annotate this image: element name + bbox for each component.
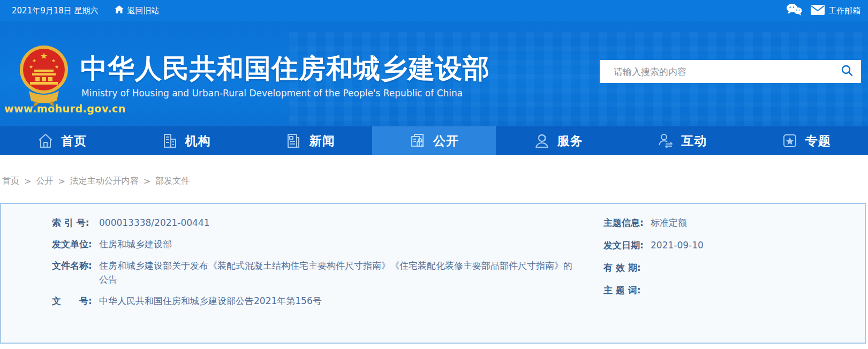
site-url: www.mohurd.gov.cn bbox=[4, 103, 126, 115]
breadcrumb-current-page: 部发文件 bbox=[155, 176, 190, 187]
breadcrumb-statutory-content[interactable]: 法定主动公开内容 bbox=[70, 176, 139, 187]
search-input[interactable] bbox=[613, 66, 833, 78]
meta-column-left: 索 引 号: 000013338/2021-00441 发文单位: 住房和城乡建… bbox=[52, 216, 581, 315]
nav-label: 首页 bbox=[61, 133, 87, 149]
nav-label: 机构 bbox=[185, 133, 211, 149]
nav-item-home[interactable]: 首页 bbox=[0, 126, 124, 155]
site-title: 中华人民共和国住房和城乡建设部 bbox=[80, 51, 490, 87]
breadcrumb-separator: > bbox=[58, 176, 65, 186]
special-topic-icon bbox=[781, 132, 798, 149]
svg-text:★: ★ bbox=[32, 58, 36, 63]
interaction-icon bbox=[657, 132, 674, 149]
meta-label: 有 效 期: bbox=[603, 261, 651, 275]
meta-row-validity-period: 有 效 期: bbox=[603, 261, 704, 275]
national-emblem-logo[interactable]: ★ ★ ★ ★ ★ bbox=[19, 45, 69, 108]
nav-item-interaction[interactable]: 互动 bbox=[620, 126, 744, 155]
home-icon bbox=[37, 132, 54, 149]
organization-icon bbox=[161, 132, 178, 149]
meta-row-issue-date: 发文日期: 2021-09-10 bbox=[603, 238, 704, 252]
wechat-icon[interactable] bbox=[786, 3, 802, 18]
svg-text:★: ★ bbox=[40, 51, 48, 61]
meta-value: 000013338/2021-00441 bbox=[99, 216, 210, 230]
nav-item-news[interactable]: 新闻 bbox=[248, 126, 372, 155]
meta-row-topic-info: 主题信息: 标准定额 bbox=[603, 216, 704, 230]
nav-item-disclosure[interactable]: 公开 bbox=[372, 126, 496, 155]
top-utility-bar: 2021年9月18日 星期六 返回旧站 bbox=[0, 0, 868, 21]
meta-label: 主题信息: bbox=[603, 216, 651, 230]
breadcrumb-home[interactable]: 首页 bbox=[2, 176, 19, 187]
main-navigation: 首页 机构 新闻 bbox=[0, 126, 868, 155]
breadcrumb: 首页 > 公开 > 法定主动公开内容 > 部发文件 bbox=[2, 176, 190, 187]
meta-row-keywords: 主 题 词: bbox=[603, 283, 704, 297]
meta-label: 索 引 号: bbox=[52, 216, 99, 230]
nav-label: 新闻 bbox=[309, 133, 335, 149]
svg-text:★: ★ bbox=[29, 64, 33, 70]
topbar-left: 2021年9月18日 星期六 返回旧站 bbox=[12, 5, 160, 16]
return-old-site-link[interactable]: 返回旧站 bbox=[115, 5, 160, 16]
breadcrumb-separator: > bbox=[144, 176, 150, 186]
work-mailbox-link[interactable]: 工作邮箱 bbox=[811, 5, 861, 17]
return-old-site-label: 返回旧站 bbox=[127, 6, 160, 16]
current-date: 2021年9月18日 星期六 bbox=[12, 6, 99, 16]
news-icon bbox=[285, 132, 302, 149]
breadcrumb-separator: > bbox=[24, 176, 31, 186]
meta-value: 标准定额 bbox=[651, 216, 687, 230]
meta-value: 住房和城乡建设部 bbox=[99, 237, 172, 251]
work-mailbox-label: 工作邮箱 bbox=[828, 6, 861, 16]
nav-label: 互动 bbox=[681, 133, 707, 149]
meta-row-issuing-unit: 发文单位: 住房和城乡建设部 bbox=[52, 237, 581, 251]
topbar-right: 工作邮箱 bbox=[786, 3, 861, 18]
search-box bbox=[600, 60, 861, 83]
document-meta-card: 索 引 号: 000013338/2021-00441 发文单位: 住房和城乡建… bbox=[0, 203, 866, 344]
meta-label: 文 号: bbox=[52, 294, 99, 308]
meta-label: 发文日期: bbox=[603, 238, 651, 252]
svg-text:★: ★ bbox=[55, 64, 59, 70]
meta-value: 2021-09-10 bbox=[651, 238, 704, 252]
nav-item-special-topic[interactable]: 专题 bbox=[744, 126, 868, 155]
nav-label: 服务 bbox=[557, 133, 583, 149]
service-icon bbox=[533, 132, 550, 149]
meta-row-document-number: 文 号: 中华人民共和国住房和城乡建设部公告2021年第156号 bbox=[52, 294, 581, 308]
home-icon bbox=[115, 5, 124, 16]
site-subtitle-english: Ministry of Housing and Urban-Rural Deve… bbox=[81, 88, 463, 98]
masthead: ★ ★ ★ ★ ★ www.mohurd.gov.cn 中华人民共和国住房和城乡… bbox=[0, 21, 868, 126]
nav-label: 专题 bbox=[805, 133, 831, 149]
meta-row-document-title: 文件名称: 住房和城乡建设部关于发布《装配式混凝土结构住宅主要构件尺寸指南》《住… bbox=[52, 259, 581, 286]
meta-column-right: 主题信息: 标准定额 发文日期: 2021-09-10 有 效 期: 主 题 词… bbox=[603, 216, 704, 306]
nav-item-organization[interactable]: 机构 bbox=[124, 126, 248, 155]
page: 2021年9月18日 星期六 返回旧站 bbox=[0, 0, 868, 349]
nav-label: 公开 bbox=[433, 133, 459, 149]
search-icon bbox=[841, 64, 854, 79]
svg-text:★: ★ bbox=[51, 58, 56, 63]
meta-label: 主 题 词: bbox=[603, 283, 651, 297]
mail-icon bbox=[811, 5, 825, 17]
breadcrumb-disclosure[interactable]: 公开 bbox=[36, 176, 53, 187]
meta-value: 中华人民共和国住房和城乡建设部公告2021年第156号 bbox=[99, 294, 322, 308]
meta-value: 住房和城乡建设部关于发布《装配式混凝土结构住宅主要构件尺寸指南》《住宅装配化装修… bbox=[99, 259, 581, 286]
meta-row-index-number: 索 引 号: 000013338/2021-00441 bbox=[52, 216, 581, 230]
nav-item-service[interactable]: 服务 bbox=[496, 126, 620, 155]
disclosure-icon bbox=[409, 132, 426, 149]
meta-label: 发文单位: bbox=[52, 237, 99, 251]
meta-label: 文件名称: bbox=[52, 259, 99, 286]
search-button[interactable] bbox=[833, 60, 861, 83]
